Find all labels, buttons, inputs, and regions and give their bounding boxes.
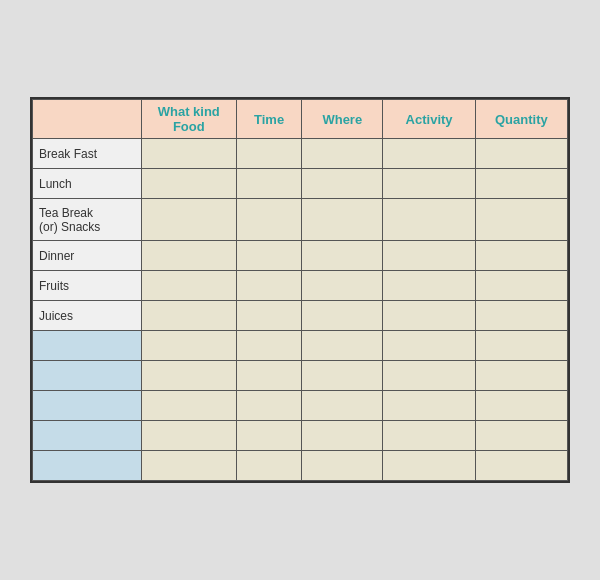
data-cell-3-1[interactable] — [237, 241, 302, 271]
data-cell-0-2[interactable] — [302, 139, 383, 169]
data-cell-10-3[interactable] — [383, 451, 475, 481]
data-cell-9-3[interactable] — [383, 421, 475, 451]
header-what-kind: What kind Food — [141, 100, 236, 139]
data-cell-10-1[interactable] — [237, 451, 302, 481]
data-cell-7-4[interactable] — [475, 361, 567, 391]
data-cell-9-4[interactable] — [475, 421, 567, 451]
data-cell-0-1[interactable] — [237, 139, 302, 169]
data-cell-4-3[interactable] — [383, 271, 475, 301]
data-cell-7-2[interactable] — [302, 361, 383, 391]
row-label-9 — [33, 421, 142, 451]
data-cell-5-3[interactable] — [383, 301, 475, 331]
data-cell-2-3[interactable] — [383, 199, 475, 241]
data-cell-1-1[interactable] — [237, 169, 302, 199]
data-cell-8-2[interactable] — [302, 391, 383, 421]
data-cell-9-1[interactable] — [237, 421, 302, 451]
data-cell-2-4[interactable] — [475, 199, 567, 241]
row-label-8 — [33, 391, 142, 421]
header-time: Time — [237, 100, 302, 139]
row-label-6 — [33, 331, 142, 361]
data-cell-3-4[interactable] — [475, 241, 567, 271]
data-cell-6-2[interactable] — [302, 331, 383, 361]
data-cell-4-0[interactable] — [141, 271, 236, 301]
data-cell-8-4[interactable] — [475, 391, 567, 421]
row-label-10 — [33, 451, 142, 481]
row-label-1: Lunch — [33, 169, 142, 199]
data-cell-7-3[interactable] — [383, 361, 475, 391]
food-diary-table: What kind Food Time Where Activity Quant… — [30, 97, 570, 483]
data-cell-8-3[interactable] — [383, 391, 475, 421]
data-cell-3-3[interactable] — [383, 241, 475, 271]
data-cell-4-2[interactable] — [302, 271, 383, 301]
data-cell-4-4[interactable] — [475, 271, 567, 301]
data-cell-5-4[interactable] — [475, 301, 567, 331]
data-cell-2-1[interactable] — [237, 199, 302, 241]
data-cell-1-3[interactable] — [383, 169, 475, 199]
row-label-2: Tea Break (or) Snacks — [33, 199, 142, 241]
data-cell-3-0[interactable] — [141, 241, 236, 271]
data-cell-1-2[interactable] — [302, 169, 383, 199]
data-cell-9-2[interactable] — [302, 421, 383, 451]
data-cell-6-1[interactable] — [237, 331, 302, 361]
data-cell-8-1[interactable] — [237, 391, 302, 421]
data-cell-6-0[interactable] — [141, 331, 236, 361]
data-cell-0-3[interactable] — [383, 139, 475, 169]
header-empty — [33, 100, 142, 139]
data-cell-9-0[interactable] — [141, 421, 236, 451]
data-cell-0-4[interactable] — [475, 139, 567, 169]
data-cell-6-3[interactable] — [383, 331, 475, 361]
data-cell-8-0[interactable] — [141, 391, 236, 421]
data-cell-6-4[interactable] — [475, 331, 567, 361]
data-cell-3-2[interactable] — [302, 241, 383, 271]
data-cell-0-0[interactable] — [141, 139, 236, 169]
data-cell-5-0[interactable] — [141, 301, 236, 331]
row-label-7 — [33, 361, 142, 391]
data-cell-7-1[interactable] — [237, 361, 302, 391]
data-cell-2-2[interactable] — [302, 199, 383, 241]
data-cell-5-2[interactable] — [302, 301, 383, 331]
data-cell-1-4[interactable] — [475, 169, 567, 199]
row-label-4: Fruits — [33, 271, 142, 301]
row-label-3: Dinner — [33, 241, 142, 271]
data-cell-5-1[interactable] — [237, 301, 302, 331]
data-cell-2-0[interactable] — [141, 199, 236, 241]
data-cell-7-0[interactable] — [141, 361, 236, 391]
header-where: Where — [302, 100, 383, 139]
data-cell-1-0[interactable] — [141, 169, 236, 199]
data-cell-4-1[interactable] — [237, 271, 302, 301]
row-label-5: Juices — [33, 301, 142, 331]
header-quantity: Quantity — [475, 100, 567, 139]
data-cell-10-4[interactable] — [475, 451, 567, 481]
data-cell-10-2[interactable] — [302, 451, 383, 481]
header-activity: Activity — [383, 100, 475, 139]
row-label-0: Break Fast — [33, 139, 142, 169]
data-cell-10-0[interactable] — [141, 451, 236, 481]
